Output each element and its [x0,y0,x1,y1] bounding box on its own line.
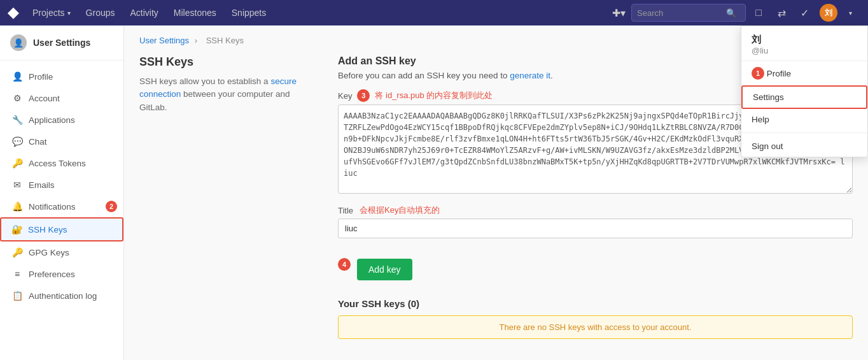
access-tokens-icon: 🔑 [12,158,22,168]
nav-groups[interactable]: Groups [80,0,122,25]
sidebar-item-access-tokens[interactable]: 🔑 Access Tokens [0,152,123,174]
dropdown-divider [741,133,867,133]
sidebar-item-profile[interactable]: 👤 Profile [0,66,123,87]
your-keys-section: Your SSH keys (0) There are no SSH keys … [338,298,853,339]
step-badge-1: 1 [752,67,764,80]
issues-icon[interactable]: □ [748,3,769,23]
sidebar-item-label: Preferences [29,270,75,279]
dropdown-help[interactable]: Help [741,109,867,130]
left-panel: SSH Keys SSH keys allow you to establish… [139,55,318,339]
search-input[interactable] [637,8,726,18]
sidebar-item-label: Authentication log [29,291,97,301]
section-title: SSH Keys [139,55,318,69]
chevron-down-icon: ▾ [67,10,71,17]
merge-requests-icon[interactable]: ⇄ [771,3,792,23]
dropdown-profile[interactable]: 1 Profile [741,61,867,85]
sidebar-item-emails[interactable]: ✉ Emails [0,174,123,196]
sidebar-item-auth-log[interactable]: 📋 Authentication log [0,285,123,306]
profile-icon: 👤 [12,71,22,82]
user-dropdown: 刘 @liu 1 Profile Settings Help Sign out [741,25,868,157]
title-label: Title 会根据Key自动填充的 [338,205,853,216]
step-badge-4: 4 [338,258,351,271]
auth-log-icon: 📋 [12,291,22,301]
search-box: 🔍 [631,4,746,22]
section-description: SSH keys allow you to establish a secure… [139,75,318,114]
account-icon: ⚙ [12,93,22,103]
sidebar-item-label: Access Tokens [29,159,86,168]
avatar: 👤 [10,34,27,51]
emails-icon: ✉ [12,180,22,190]
title-field-group: Title 会根据Key自动填充的 [338,205,853,238]
sidebar-item-label: SSH Keys [28,225,67,234]
search-icon: 🔍 [726,8,736,18]
dropdown-header: 刘 @liu [741,26,867,61]
user-avatar-btn[interactable]: 刘 [820,4,837,22]
dropdown-settings[interactable]: Settings [741,85,867,109]
chevron-down-icon[interactable]: ▾ [840,3,860,23]
dropdown-signout[interactable]: Sign out [741,136,867,157]
gpg-keys-icon: 🔑 [12,247,22,257]
nav-milestones[interactable]: Milestones [167,0,223,25]
preferences-icon: ≡ [12,269,22,279]
sidebar-item-label: Emails [29,180,55,190]
dropdown-handle: @liu [752,46,857,55]
page-layout: 👤 User Settings 👤 Profile ⚙ Account 🔧 Ap… [0,25,868,360]
applications-icon: 🔧 [12,115,22,125]
sidebar-item-label: Profile [29,72,53,82]
app-logo[interactable]: ◆ [8,4,18,21]
sidebar-title: User Settings [33,38,90,48]
nav-projects[interactable]: Projects ▾ [26,0,77,25]
todos-icon[interactable]: ✓ [794,3,815,23]
key-hint-text: 将 id_rsa.pub 的内容复制到此处 [375,90,493,101]
step-badge-3: 3 [357,89,370,102]
sidebar-item-preferences[interactable]: ≡ Preferences [0,263,123,285]
sidebar-item-applications[interactable]: 🔧 Applications [0,109,123,131]
notifications-badge: 2 [106,201,117,212]
sidebar-item-ssh-keys[interactable]: 🔐 SSH Keys [0,217,123,241]
sidebar-nav: 👤 Profile ⚙ Account 🔧 Applications 💬 Cha… [0,61,123,360]
add-key-button[interactable]: Add key [357,259,412,280]
ssh-keys-icon: 🔐 [11,224,22,234]
sidebar-item-account[interactable]: ⚙ Account [0,87,123,109]
sidebar-item-label: GPG Keys [29,248,69,257]
create-icon[interactable]: ✚▾ [608,3,629,23]
sidebar-item-label: Chat [29,137,47,147]
chat-icon: 💬 [12,136,22,147]
nav-snippets[interactable]: Snippets [225,0,272,25]
sidebar-item-label: Notifications [29,202,76,212]
breadcrumb-parent[interactable]: User Settings [139,36,189,45]
sidebar-item-chat[interactable]: 💬 Chat [0,131,123,152]
title-hint-text: 会根据Key自动填充的 [360,205,440,216]
no-keys-notice: There are no SSH keys with access to you… [338,315,853,339]
generate-it-link[interactable]: generate it [510,71,550,80]
sidebar-item-label: Applications [29,115,75,125]
dropdown-username-display: 刘 [752,34,857,46]
sidebar-item-label: Account [29,94,60,103]
sidebar-item-notifications[interactable]: 🔔 Notifications 2 [0,196,123,217]
add-key-row: 4 Add key [338,248,853,280]
sidebar: 👤 User Settings 👤 Profile ⚙ Account 🔧 Ap… [0,25,124,360]
title-input[interactable] [338,219,853,238]
nav-activity[interactable]: Activity [124,0,165,25]
sidebar-header: 👤 User Settings [0,25,123,61]
your-keys-title: Your SSH keys (0) [338,298,853,309]
notifications-icon: 🔔 [12,201,22,212]
sidebar-item-gpg-keys[interactable]: 🔑 GPG Keys [0,241,123,263]
breadcrumb-current: SSH Keys [206,36,244,45]
top-navigation: ◆ Projects ▾ Groups Activity Milestones … [0,0,868,25]
